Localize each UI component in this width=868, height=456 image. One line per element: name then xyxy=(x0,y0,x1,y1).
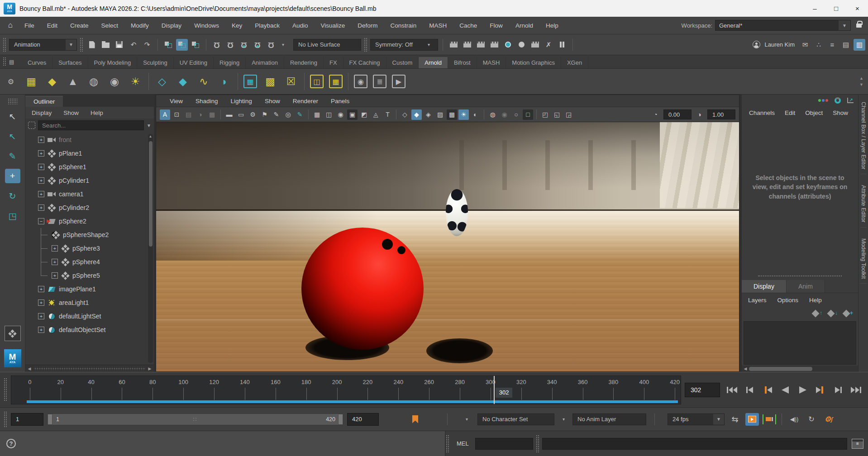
layer-list[interactable] xyxy=(744,321,856,365)
arnold-volume-icon[interactable]: ◗ xyxy=(217,73,232,90)
viewport-menu-shading[interactable]: Shading xyxy=(191,98,223,104)
shelf-tab-motion-graphics[interactable]: Motion Graphics xyxy=(506,57,561,68)
redo-icon[interactable]: ↷ xyxy=(141,39,153,51)
expand-toggle-icon[interactable]: + xyxy=(38,150,44,157)
render-settings-icon[interactable] xyxy=(488,39,500,51)
make-live-icon[interactable]: Ω xyxy=(265,39,277,51)
home-icon[interactable]: ⌂ xyxy=(3,21,18,30)
arnold-light-manager-icon[interactable]: ◫ xyxy=(310,75,324,88)
outliner-item-camera1[interactable]: +camera1 xyxy=(25,187,154,201)
chevron-down-icon[interactable]: ▾ xyxy=(563,417,568,422)
chevron-down-icon[interactable]: ▼ xyxy=(713,414,724,425)
select-tool-icon[interactable]: ↖ xyxy=(5,109,20,124)
snap-options-arrow-icon[interactable]: ▾ xyxy=(279,39,291,51)
outliner-item-front[interactable]: +front xyxy=(25,133,154,147)
outliner-item-pCylinder1[interactable]: +pCylinder1 xyxy=(25,174,154,187)
shelf-tab-bifrost[interactable]: Bifrost xyxy=(448,57,477,68)
drag-handle[interactable] xyxy=(536,435,539,452)
live-surface-field[interactable]: No Live Surface xyxy=(293,39,361,51)
time-slider[interactable]: 302 020406080100120140160180200220240260… xyxy=(11,375,681,404)
manipulator-icon[interactable] xyxy=(818,99,828,102)
drag-handle[interactable] xyxy=(4,378,7,402)
safe-action-icon[interactable]: ◬ xyxy=(371,109,381,120)
shelf-tab-rigging[interactable]: Rigging xyxy=(214,57,246,68)
workspace-lock-icon[interactable] xyxy=(856,24,862,28)
menu-deform[interactable]: Deform xyxy=(351,22,384,29)
shadows-icon[interactable]: ◐ xyxy=(470,109,481,120)
select-hierarchy-mode-icon[interactable] xyxy=(162,39,174,51)
layer-menu-help[interactable]: Help xyxy=(809,297,822,304)
outliner-item-pSphere5[interactable]: +pSphere5 xyxy=(25,269,154,282)
drag-handle[interactable] xyxy=(364,38,367,52)
current-frame-field[interactable]: 302 xyxy=(685,383,720,397)
side-tab-modeling-toolkit[interactable]: Modeling Toolkit xyxy=(860,234,867,284)
step-forward-key-button[interactable] xyxy=(814,384,827,396)
pause-viewport-icon[interactable] xyxy=(556,39,568,51)
channelbox-menu-show[interactable]: Show xyxy=(833,109,848,116)
textured-icon[interactable]: ▨ xyxy=(435,109,445,120)
viewport-menu-renderer[interactable]: Renderer xyxy=(288,98,323,104)
arnold-skydome-light-icon[interactable]: ◆ xyxy=(44,73,60,90)
filter-icon[interactable] xyxy=(28,122,35,129)
chevron-down-icon[interactable]: ▾ xyxy=(466,417,471,422)
shelf-tab-uv-editing[interactable]: UV Editing xyxy=(174,57,214,68)
motion-blur-icon[interactable]: ◉ xyxy=(499,109,510,120)
shelf-tab-arnold[interactable]: Arnold xyxy=(419,57,448,68)
expand-toggle-icon[interactable]: + xyxy=(38,327,44,333)
shelf-tab-mash[interactable]: MASH xyxy=(477,57,506,68)
safe-title-icon[interactable]: T xyxy=(382,109,393,120)
new-layer-icon[interactable]: + xyxy=(844,310,853,317)
wireframe-on-shaded-icon[interactable]: ◈ xyxy=(423,109,434,120)
shelf-tab-xgen[interactable]: XGen xyxy=(561,57,588,68)
snap-to-projected-center-icon[interactable]: Ω xyxy=(252,39,263,51)
wireframe-icon[interactable]: ◇ xyxy=(400,109,410,120)
outliner-item-imagePlane1[interactable]: +imagePlane1 xyxy=(25,282,154,296)
shelf-tab-poly-modeling[interactable]: Poly Modeling xyxy=(88,57,138,68)
menu-help[interactable]: Help xyxy=(539,22,565,29)
move-layer-up-icon[interactable]: ↑ xyxy=(813,310,822,317)
open-scene-icon[interactable] xyxy=(100,39,111,51)
menu-edit[interactable]: Edit xyxy=(41,22,64,29)
gamma-field[interactable]: 1.00 xyxy=(707,109,735,119)
menu-create[interactable]: Create xyxy=(64,22,95,29)
lasso-select-tool-icon[interactable]: ↖ xyxy=(5,129,20,143)
fps-dropdown[interactable]: 24 fps ▼ xyxy=(668,413,725,425)
go-to-end-button[interactable] xyxy=(849,384,863,396)
outliner-item-pSphereShape2[interactable]: •pSphereShape2 xyxy=(25,228,154,242)
camera-settings-icon[interactable]: ⚙ xyxy=(248,109,258,120)
tab-outliner[interactable]: Outliner xyxy=(25,96,63,107)
two-pane-layout-icon[interactable]: ◱ xyxy=(552,109,562,120)
graph-icon[interactable]: ↗ xyxy=(847,98,854,103)
arnold-render-sequence-icon[interactable]: ▩ xyxy=(262,73,278,90)
film-gate-icon[interactable]: ◫ xyxy=(324,109,334,120)
menu-audio[interactable]: Audio xyxy=(286,22,315,29)
shelf-tab-fx-caching[interactable]: FX Caching xyxy=(343,57,386,68)
expand-toggle-icon[interactable]: + xyxy=(38,164,44,170)
camera-lock-icon[interactable]: ▭ xyxy=(236,109,246,120)
ipr-render-icon[interactable] xyxy=(461,39,473,51)
range-start-handle[interactable] xyxy=(48,414,52,425)
ipr-toggle-icon[interactable] xyxy=(515,39,527,51)
outliner-item-defaultLightSet[interactable]: +defaultLightSet xyxy=(25,309,154,323)
side-tab-attribute-editor[interactable]: Attribute Editor xyxy=(860,180,867,228)
menu-visualize[interactable]: Visualize xyxy=(314,22,351,29)
sync-playback-icon[interactable]: ↻ xyxy=(805,413,818,426)
character-set-dropdown[interactable]: No Character Set xyxy=(477,413,554,425)
arnold-aov-browser-icon[interactable]: ▦ xyxy=(329,75,343,88)
range-end-handle[interactable] xyxy=(338,414,343,425)
chevron-down-icon[interactable]: ▼ xyxy=(66,39,76,50)
expand-toggle-icon[interactable]: − xyxy=(38,218,44,224)
scroll-down-icon[interactable]: ▼ xyxy=(859,82,863,87)
expand-toggle-icon[interactable]: + xyxy=(38,137,44,143)
range-slider[interactable]: 1 ∷ 420 xyxy=(47,413,343,425)
single-pane-layout-icon[interactable]: ◰ xyxy=(540,109,550,120)
scroll-up-icon[interactable]: ▲ xyxy=(148,134,153,138)
cached-playback-icon[interactable] xyxy=(745,413,759,426)
exposure-icon[interactable]: ◔ xyxy=(650,109,661,120)
menu-mash[interactable]: MASH xyxy=(423,22,453,29)
arnold-render-icon[interactable]: ▦ xyxy=(243,75,257,88)
resolution-gate-icon[interactable]: ◉ xyxy=(335,109,346,120)
layer-scrollbar[interactable]: ◀ xyxy=(742,366,858,372)
drag-handle[interactable] xyxy=(80,38,83,52)
render-view-icon[interactable] xyxy=(502,39,514,51)
